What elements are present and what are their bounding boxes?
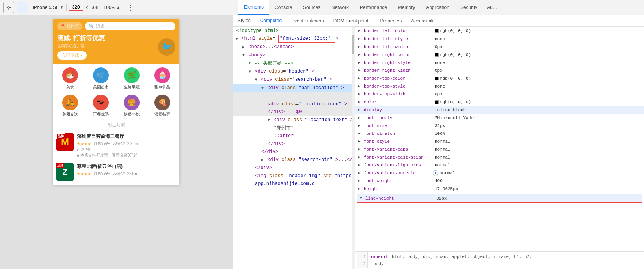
tab-elements[interactable]: Elements <box>238 0 269 15</box>
css-row-height[interactable]: ▶ height 17.0625px <box>355 185 644 193</box>
css-row-font-family[interactable]: ▶ font-family "Microsoft YaHei" <box>355 114 644 122</box>
css-row-border-top-color[interactable]: ▶ border-top-color rgb(0, 0, 0) <box>355 75 644 82</box>
restaurant-item-1[interactable]: M 品牌 深圳麦当劳前海二餐厅 ★★★★ 月售999+ 30分钟 2.3km 起… <box>56 131 176 161</box>
icon-item-burger[interactable]: 🍕 汉堡披萨 <box>151 95 174 117</box>
css-row-display[interactable]: ▶ display inline-block <box>355 106 644 114</box>
css-row-font-variant-numeric[interactable]: ▶ font-variant-numeric ● normal <box>355 169 644 177</box>
css-row-border-top-width[interactable]: ▶ border-top-width 0px <box>355 90 644 98</box>
html-line-close-loctext[interactable]: </div> <box>233 140 355 148</box>
css-arr-17[interactable]: ▶ <box>358 154 364 161</box>
dots-menu[interactable]: ⋮ <box>127 3 134 12</box>
searchbar-arrow[interactable]: ▼ <box>255 78 257 82</box>
css-row-line-height[interactable]: ▼ line-height 32px <box>357 194 642 203</box>
html-line-searchbar[interactable]: ▼ <div class="search-bar" > <box>233 76 355 84</box>
css-arr-15[interactable]: ▶ <box>358 138 364 145</box>
html-line-location-icon[interactable]: <div class="location-icon" > <box>233 100 355 108</box>
html-line-location-text[interactable]: ▼ <div class="location-text" > <box>233 116 355 124</box>
icon-item-restaurant[interactable]: 🍽 正餐优选 <box>89 95 113 117</box>
inspect-icon-btn[interactable]: ⊹ <box>3 2 14 13</box>
search-bar[interactable]: 🔍 鸡翅 <box>85 22 175 30</box>
css-row-border-left-color[interactable]: ▶ border-left-color rgb(0, 0, 0) <box>355 27 644 35</box>
tab-memory[interactable]: Memory <box>393 0 421 15</box>
bar-location-arrow[interactable]: ▼ <box>261 86 264 90</box>
icon-item-dessert[interactable]: 🧁 甜点饮品 <box>151 67 174 90</box>
css-row-border-top-style[interactable]: ▶ border-top-style none <box>355 82 644 90</box>
css-arr-22[interactable]: ▼ <box>360 195 365 202</box>
html-line-header-img[interactable]: <img class="header-img" src="https:// <box>233 172 355 180</box>
device-icon-btn[interactable]: ▭ <box>17 2 28 13</box>
css-row-border-right-width[interactable]: ▶ border-right-width 0px <box>355 67 644 75</box>
css-arr-5[interactable]: ▶ <box>358 59 364 66</box>
icon-item-food[interactable]: 🍜 美食 <box>58 67 82 90</box>
banner-btn[interactable]: 立即下载 › <box>57 51 87 60</box>
css-arr-7[interactable]: ▶ <box>358 75 364 82</box>
html-line-dots[interactable]: ... <box>233 92 355 100</box>
div-header-arrow[interactable]: ▼ <box>249 69 251 74</box>
css-row-font-size[interactable]: ▶ font-size 32px <box>355 122 644 130</box>
css-row-border-left-style[interactable]: ▶ border-left-style none <box>355 35 644 43</box>
html-line-bar-location[interactable]: ▼ <div class="bar-location" > <box>233 84 355 92</box>
scrollbar-thumb[interactable] <box>352 35 354 54</box>
css-arr-11[interactable]: ▶ <box>358 106 364 114</box>
restaurant-item-2[interactable]: Z 品牌 尊宝比萨(依云伴山店) ★★★★ 月售999+ 35分钟 231m <box>56 161 176 183</box>
html-line-url-cont[interactable]: app.nihaoshijie.com.c <box>233 180 355 188</box>
tab-computed[interactable]: Computed <box>255 15 287 26</box>
html-line-head[interactable]: ▶ <head>...</head> <box>233 43 355 51</box>
html-line-div-header[interactable]: ▼ <div class="header" > <box>233 67 355 76</box>
css-arr-16[interactable]: ▶ <box>358 146 364 153</box>
css-arr-2[interactable]: ▶ <box>358 35 364 43</box>
html-line-doctype[interactable]: <!doctype html> <box>233 27 355 35</box>
tab-sources[interactable]: Sources <box>298 0 326 15</box>
tab-styles[interactable]: Styles <box>233 15 255 26</box>
css-arr-8[interactable]: ▶ <box>358 83 364 90</box>
icon-item-fastfood[interactable]: 🍔 快餐小吃 <box>120 95 143 117</box>
css-arr-9[interactable]: ▶ <box>358 91 364 98</box>
css-arr-14[interactable]: ▶ <box>358 130 364 137</box>
css-row-border-right-style[interactable]: ▶ border-right-style none <box>355 59 644 67</box>
width-input[interactable] <box>69 4 83 11</box>
css-toggle-19[interactable]: ● <box>433 170 438 176</box>
tab-security[interactable]: Security <box>455 0 483 15</box>
tab-properties[interactable]: Properties <box>375 15 406 26</box>
css-arr-20[interactable]: ▶ <box>358 177 364 185</box>
css-row-color[interactable]: ▶ color rgb(0, 0, 0) <box>355 98 644 106</box>
tab-audits[interactable]: Au… <box>483 0 501 15</box>
css-arr-1[interactable]: ▶ <box>358 27 364 34</box>
icon-item-delivery[interactable]: 🛵 美团专送 <box>58 95 82 117</box>
css-arr-3[interactable]: ▶ <box>358 43 364 50</box>
css-row-border-right-color[interactable]: ▶ border-right-color rgb(0, 0, 0) <box>355 51 644 59</box>
css-arr-6[interactable]: ▶ <box>358 67 364 74</box>
body-arrow[interactable]: ▼ <box>242 53 245 58</box>
loc-text-arrow[interactable]: ▼ <box>268 118 270 122</box>
css-arr-19[interactable]: ▶ <box>358 170 364 177</box>
css-row-font-stretch[interactable]: ▶ font-stretch 100% <box>355 130 644 138</box>
html-line-dollar0[interactable]: </div> == $0 <box>233 108 355 116</box>
html-line-close-searchbar[interactable]: </div> <box>233 164 355 172</box>
css-arr-21[interactable]: ▶ <box>358 185 364 192</box>
tab-performance[interactable]: Performance <box>354 0 393 15</box>
css-row-font-style[interactable]: ▶ font-style normal <box>355 138 644 146</box>
html-line-searchbtn[interactable]: ▶ <div class="search-btn" >...</div> <box>233 156 355 164</box>
css-arr-18[interactable]: ▶ <box>358 162 364 169</box>
css-row-font-weight[interactable]: ▶ font-weight 400 <box>355 177 644 185</box>
html-line-zhengzhou[interactable]: "郑州市" <box>233 124 355 132</box>
html-line-html[interactable]: ▶ <html style= "font-size: 32px;" > <box>233 35 355 43</box>
searchbtn-arrow[interactable]: ▶ <box>261 158 264 162</box>
zoom-selector[interactable]: 100% ▲ <box>104 5 121 10</box>
css-row-font-variant-ligatures[interactable]: ▶ font-variant-ligatures normal <box>355 161 644 169</box>
location-button[interactable]: 📍 郑州市 <box>57 22 82 30</box>
html-line-close-barloc[interactable]: </div> <box>233 148 355 156</box>
css-row-font-variant-east-asian[interactable]: ▶ font-variant-east-asian normal <box>355 153 644 161</box>
html-line-after[interactable]: ::after <box>233 132 355 140</box>
html-arrow-1[interactable]: ▶ <box>236 37 238 41</box>
css-arr-4[interactable]: ▶ <box>358 51 364 58</box>
html-line-comment[interactable]: <!-- 头部开始 --> <box>233 60 355 67</box>
tab-dom-breakpoints[interactable]: DOM Breakpoints <box>329 15 376 26</box>
device-selector[interactable]: iPhone 5/SE ▼ <box>33 5 64 10</box>
tab-accessibility[interactable]: Accessibili… <box>406 15 443 26</box>
tab-application[interactable]: Application <box>421 0 455 15</box>
html-scrollbar[interactable] <box>352 27 355 269</box>
css-arr-13[interactable]: ▶ <box>358 122 364 129</box>
html-line-body[interactable]: ▼ <body> <box>233 51 355 60</box>
icon-item-fresh[interactable]: 🌿 生鲜果蔬 <box>120 67 143 90</box>
